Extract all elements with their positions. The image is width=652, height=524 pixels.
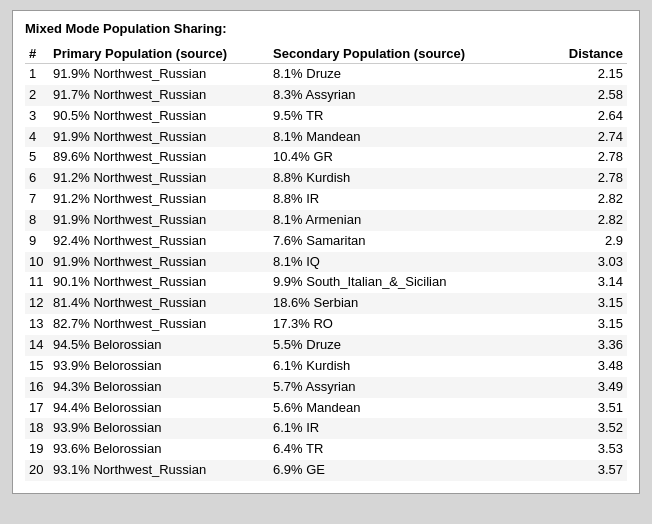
primary-population: 91.9% Northwest_Russian bbox=[49, 252, 269, 273]
secondary-population: 8.8% IR bbox=[269, 189, 565, 210]
distance-value: 3.36 bbox=[565, 335, 627, 356]
col-header-secondary: Secondary Population (source) bbox=[269, 44, 565, 64]
distance-value: 3.52 bbox=[565, 418, 627, 439]
table-row: 992.4% Northwest_Russian7.6% Samaritan2.… bbox=[25, 231, 627, 252]
results-table: # Primary Population (source) Secondary … bbox=[25, 44, 627, 481]
row-number: 6 bbox=[25, 168, 49, 189]
row-number: 2 bbox=[25, 85, 49, 106]
row-number: 11 bbox=[25, 272, 49, 293]
secondary-population: 8.1% IQ bbox=[269, 252, 565, 273]
table-row: 1794.4% Belorossian5.6% Mandean3.51 bbox=[25, 398, 627, 419]
secondary-population: 8.1% Armenian bbox=[269, 210, 565, 231]
secondary-population: 8.1% Druze bbox=[269, 64, 565, 85]
primary-population: 82.7% Northwest_Russian bbox=[49, 314, 269, 335]
row-number: 8 bbox=[25, 210, 49, 231]
table-row: 491.9% Northwest_Russian8.1% Mandean2.74 bbox=[25, 127, 627, 148]
distance-value: 2.78 bbox=[565, 147, 627, 168]
secondary-population: 8.8% Kurdish bbox=[269, 168, 565, 189]
distance-value: 3.53 bbox=[565, 439, 627, 460]
distance-value: 3.51 bbox=[565, 398, 627, 419]
table-row: 1091.9% Northwest_Russian8.1% IQ3.03 bbox=[25, 252, 627, 273]
secondary-population: 6.9% GE bbox=[269, 460, 565, 481]
secondary-population: 5.5% Druze bbox=[269, 335, 565, 356]
secondary-population: 8.1% Mandean bbox=[269, 127, 565, 148]
primary-population: 90.5% Northwest_Russian bbox=[49, 106, 269, 127]
secondary-population: 18.6% Serbian bbox=[269, 293, 565, 314]
row-number: 14 bbox=[25, 335, 49, 356]
table-row: 2093.1% Northwest_Russian6.9% GE3.57 bbox=[25, 460, 627, 481]
table-row: 1382.7% Northwest_Russian17.3% RO3.15 bbox=[25, 314, 627, 335]
row-number: 13 bbox=[25, 314, 49, 335]
primary-population: 93.9% Belorossian bbox=[49, 418, 269, 439]
row-number: 3 bbox=[25, 106, 49, 127]
secondary-population: 9.9% South_Italian_&_Sicilian bbox=[269, 272, 565, 293]
row-number: 5 bbox=[25, 147, 49, 168]
row-number: 12 bbox=[25, 293, 49, 314]
primary-population: 94.4% Belorossian bbox=[49, 398, 269, 419]
primary-population: 91.9% Northwest_Russian bbox=[49, 210, 269, 231]
row-number: 20 bbox=[25, 460, 49, 481]
primary-population: 91.9% Northwest_Russian bbox=[49, 127, 269, 148]
row-number: 16 bbox=[25, 377, 49, 398]
secondary-population: 10.4% GR bbox=[269, 147, 565, 168]
secondary-population: 6.1% IR bbox=[269, 418, 565, 439]
table-row: 1694.3% Belorossian5.7% Assyrian3.49 bbox=[25, 377, 627, 398]
row-number: 1 bbox=[25, 64, 49, 85]
distance-value: 2.82 bbox=[565, 189, 627, 210]
row-number: 15 bbox=[25, 356, 49, 377]
secondary-population: 8.3% Assyrian bbox=[269, 85, 565, 106]
table-row: 589.6% Northwest_Russian10.4% GR2.78 bbox=[25, 147, 627, 168]
distance-value: 3.15 bbox=[565, 293, 627, 314]
main-container: Mixed Mode Population Sharing: # Primary… bbox=[12, 10, 640, 494]
primary-population: 81.4% Northwest_Russian bbox=[49, 293, 269, 314]
col-header-primary: Primary Population (source) bbox=[49, 44, 269, 64]
primary-population: 89.6% Northwest_Russian bbox=[49, 147, 269, 168]
secondary-population: 9.5% TR bbox=[269, 106, 565, 127]
table-row: 1190.1% Northwest_Russian9.9% South_Ital… bbox=[25, 272, 627, 293]
distance-value: 2.9 bbox=[565, 231, 627, 252]
primary-population: 93.6% Belorossian bbox=[49, 439, 269, 460]
distance-value: 2.78 bbox=[565, 168, 627, 189]
col-header-num: # bbox=[25, 44, 49, 64]
primary-population: 90.1% Northwest_Russian bbox=[49, 272, 269, 293]
row-number: 17 bbox=[25, 398, 49, 419]
table-row: 291.7% Northwest_Russian8.3% Assyrian2.5… bbox=[25, 85, 627, 106]
secondary-population: 7.6% Samaritan bbox=[269, 231, 565, 252]
row-number: 19 bbox=[25, 439, 49, 460]
primary-population: 94.5% Belorossian bbox=[49, 335, 269, 356]
distance-value: 2.64 bbox=[565, 106, 627, 127]
secondary-population: 5.6% Mandean bbox=[269, 398, 565, 419]
distance-value: 2.82 bbox=[565, 210, 627, 231]
primary-population: 91.2% Northwest_Russian bbox=[49, 189, 269, 210]
col-header-distance: Distance bbox=[565, 44, 627, 64]
primary-population: 91.9% Northwest_Russian bbox=[49, 64, 269, 85]
row-number: 18 bbox=[25, 418, 49, 439]
distance-value: 3.57 bbox=[565, 460, 627, 481]
table-row: 1893.9% Belorossian6.1% IR3.52 bbox=[25, 418, 627, 439]
distance-value: 3.49 bbox=[565, 377, 627, 398]
distance-value: 3.14 bbox=[565, 272, 627, 293]
table-row: 691.2% Northwest_Russian8.8% Kurdish2.78 bbox=[25, 168, 627, 189]
row-number: 4 bbox=[25, 127, 49, 148]
primary-population: 94.3% Belorossian bbox=[49, 377, 269, 398]
table-row: 390.5% Northwest_Russian9.5% TR2.64 bbox=[25, 106, 627, 127]
primary-population: 92.4% Northwest_Russian bbox=[49, 231, 269, 252]
primary-population: 93.1% Northwest_Russian bbox=[49, 460, 269, 481]
row-number: 7 bbox=[25, 189, 49, 210]
secondary-population: 6.1% Kurdish bbox=[269, 356, 565, 377]
page-title: Mixed Mode Population Sharing: bbox=[25, 21, 627, 36]
distance-value: 3.03 bbox=[565, 252, 627, 273]
distance-value: 3.15 bbox=[565, 314, 627, 335]
secondary-population: 5.7% Assyrian bbox=[269, 377, 565, 398]
table-row: 1593.9% Belorossian6.1% Kurdish3.48 bbox=[25, 356, 627, 377]
table-row: 1494.5% Belorossian5.5% Druze3.36 bbox=[25, 335, 627, 356]
table-row: 1993.6% Belorossian6.4% TR3.53 bbox=[25, 439, 627, 460]
table-row: 191.9% Northwest_Russian8.1% Druze2.15 bbox=[25, 64, 627, 85]
distance-value: 2.15 bbox=[565, 64, 627, 85]
distance-value: 2.74 bbox=[565, 127, 627, 148]
primary-population: 93.9% Belorossian bbox=[49, 356, 269, 377]
table-row: 891.9% Northwest_Russian8.1% Armenian2.8… bbox=[25, 210, 627, 231]
row-number: 10 bbox=[25, 252, 49, 273]
table-row: 791.2% Northwest_Russian8.8% IR2.82 bbox=[25, 189, 627, 210]
secondary-population: 6.4% TR bbox=[269, 439, 565, 460]
